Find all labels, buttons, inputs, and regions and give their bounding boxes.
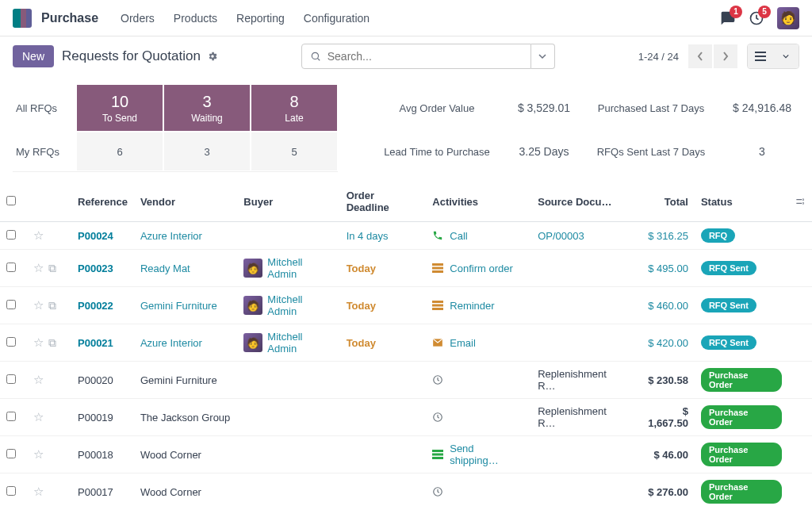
nav-orders[interactable]: Orders: [121, 12, 155, 25]
row-checkbox[interactable]: [6, 486, 16, 496]
activity-cell[interactable]: Call: [432, 230, 525, 242]
table-row[interactable]: ☆⧉P00022Gemini Furniture🧑Mitchell AdminT…: [0, 287, 812, 324]
dash-sub-tosend[interactable]: 6: [77, 132, 163, 171]
reference-link[interactable]: P00018: [78, 449, 113, 461]
nav-reporting[interactable]: Reporting: [236, 12, 285, 25]
pager-text[interactable]: 1-24 / 24: [638, 51, 679, 63]
activity-text: Reminder: [450, 300, 494, 312]
vendor-link[interactable]: Gemini Furniture: [140, 374, 217, 386]
view-list-button[interactable]: [748, 44, 773, 68]
col-total[interactable]: Total: [634, 182, 695, 222]
col-status[interactable]: Status: [695, 182, 788, 222]
buyer-avatar: 🧑: [243, 296, 262, 315]
row-checkbox[interactable]: [6, 374, 16, 384]
vendor-link[interactable]: Wood Corner: [140, 449, 201, 461]
select-all-checkbox[interactable]: [6, 196, 16, 205]
messages-icon[interactable]: 1: [720, 10, 736, 26]
control-bar: New Requests for Quotation 1-24 / 24: [0, 36, 812, 76]
copy-icon[interactable]: ⧉: [48, 299, 56, 312]
dash-card-late[interactable]: 8Late: [251, 85, 337, 131]
vendor-link[interactable]: The Jackson Group: [140, 412, 230, 424]
user-avatar[interactable]: 🧑: [777, 7, 799, 29]
row-checkbox[interactable]: [6, 300, 16, 309]
vendor-link[interactable]: Azure Interior: [140, 337, 202, 349]
table-row[interactable]: ☆⧉P00023Ready Mat🧑Mitchell AdminTodayCon…: [0, 250, 812, 287]
vendor-link[interactable]: Gemini Furniture: [140, 300, 217, 312]
star-icon[interactable]: ☆: [33, 228, 44, 242]
activity-cell[interactable]: [432, 486, 525, 497]
pager-prev[interactable]: [688, 44, 712, 68]
activity-cell[interactable]: Confirm order: [432, 263, 525, 274]
table-row[interactable]: ☆P00018Wood CornerSend shipping…$ 46.00P…: [0, 436, 812, 473]
row-checkbox[interactable]: [6, 412, 16, 421]
activity-text: Email: [450, 337, 476, 349]
search-input[interactable]: [327, 50, 523, 63]
copy-icon[interactable]: ⧉: [48, 336, 56, 349]
activity-icon: [432, 374, 445, 385]
star-icon[interactable]: ☆: [33, 485, 44, 498]
activity-cell[interactable]: [432, 374, 525, 385]
col-buyer[interactable]: Buyer: [237, 182, 339, 222]
row-checkbox[interactable]: [6, 263, 16, 272]
activity-text: Call: [450, 230, 467, 242]
dash-card-tosend[interactable]: 10To Send: [77, 85, 163, 131]
activity-cell[interactable]: Reminder: [432, 300, 525, 312]
search-dropdown[interactable]: [531, 44, 555, 69]
dash-sub-late[interactable]: 5: [251, 132, 337, 171]
column-settings-icon[interactable]: [795, 196, 806, 207]
buyer-name: Mitchell Admin: [267, 256, 333, 280]
dash-card-waiting[interactable]: 3Waiting: [164, 85, 250, 131]
table-row[interactable]: ☆P00019The Jackson GroupReplenishment R……: [0, 399, 812, 436]
total-value: $ 1,667.50: [648, 405, 688, 429]
col-vendor[interactable]: Vendor: [134, 182, 237, 222]
nav-configuration[interactable]: Configuration: [304, 12, 370, 25]
col-reference[interactable]: Reference: [71, 182, 134, 222]
activities-icon[interactable]: 5: [749, 10, 764, 26]
app-name[interactable]: Purchase: [41, 11, 98, 25]
col-deadline[interactable]: Order Deadline: [340, 182, 427, 222]
col-source[interactable]: Source Docu…: [531, 182, 633, 222]
star-icon[interactable]: ☆: [33, 335, 44, 349]
reference-link[interactable]: P00021: [78, 337, 113, 349]
star-icon[interactable]: ☆: [33, 447, 44, 461]
svg-point-1: [312, 52, 318, 59]
star-icon[interactable]: ☆: [33, 410, 44, 424]
app-logo[interactable]: [13, 9, 32, 28]
vendor-link[interactable]: Azure Interior: [140, 230, 202, 242]
deadline-value: In 4 days: [347, 230, 389, 242]
vendor-link[interactable]: Wood Corner: [140, 486, 201, 498]
view-dropdown[interactable]: [773, 44, 799, 68]
reference-link[interactable]: P00020: [78, 374, 113, 386]
col-activities[interactable]: Activities: [426, 182, 531, 222]
star-icon[interactable]: ☆: [33, 261, 44, 274]
nav-products[interactable]: Products: [174, 12, 217, 25]
source-doc[interactable]: OP/00003: [538, 230, 584, 242]
pager-next[interactable]: [714, 44, 737, 68]
table-row[interactable]: ☆P00017Wood Corner$ 276.00Purchase Order: [0, 473, 812, 507]
metric-sent-val: 3: [718, 145, 806, 158]
row-checkbox[interactable]: [6, 337, 16, 347]
reference-link[interactable]: P00019: [78, 412, 113, 424]
row-checkbox[interactable]: [6, 230, 16, 240]
table-row[interactable]: ☆P00020Gemini FurnitureReplenishment R…$…: [0, 362, 812, 399]
search-box[interactable]: [301, 44, 531, 69]
gear-icon[interactable]: [207, 51, 218, 62]
reference-link[interactable]: P00024: [78, 230, 113, 242]
row-checkbox[interactable]: [6, 449, 16, 458]
reference-link[interactable]: P00022: [78, 300, 113, 312]
star-icon[interactable]: ☆: [33, 373, 44, 386]
reference-link[interactable]: P00017: [78, 486, 113, 498]
copy-icon[interactable]: ⧉: [48, 262, 56, 274]
activity-cell[interactable]: Email: [432, 337, 525, 349]
dash-sub-waiting[interactable]: 3: [164, 132, 250, 171]
activity-cell[interactable]: [432, 412, 525, 423]
table-row[interactable]: ☆⧉P00021Azure Interior🧑Mitchell AdminTod…: [0, 324, 812, 362]
activity-cell[interactable]: Send shipping…: [432, 443, 525, 466]
source-doc: Replenishment R…: [538, 368, 607, 392]
vendor-link[interactable]: Ready Mat: [140, 263, 190, 274]
table-row[interactable]: ☆P00024Azure InteriorIn 4 daysCallOP/000…: [0, 222, 812, 250]
star-icon[interactable]: ☆: [33, 298, 44, 312]
activity-icon: [432, 301, 445, 310]
new-button[interactable]: New: [13, 45, 54, 67]
reference-link[interactable]: P00023: [78, 263, 113, 274]
